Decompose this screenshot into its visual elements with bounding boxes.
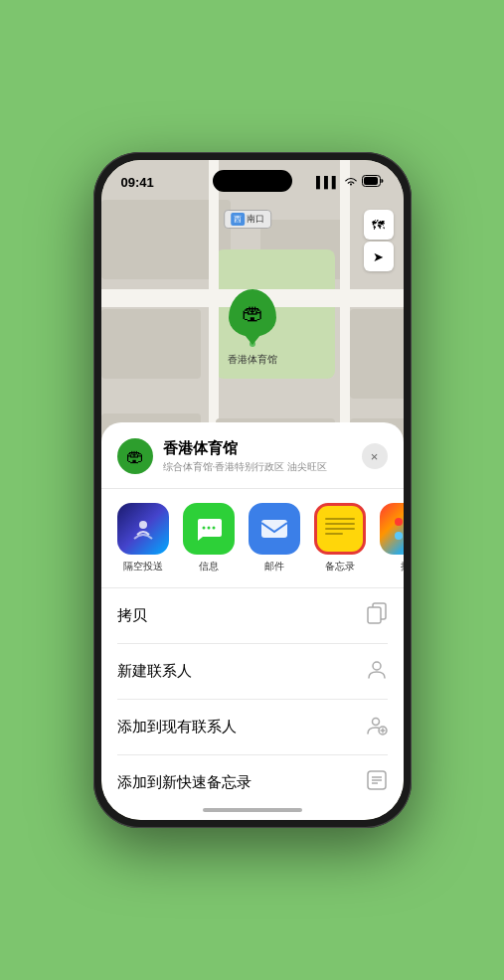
- pin-icon: 🏟: [229, 289, 276, 337]
- action-row-add-notes[interactable]: 添加到新快速备忘录: [117, 755, 388, 810]
- mail-label: 邮件: [264, 560, 284, 573]
- wifi-icon: [344, 176, 358, 189]
- share-item-mail[interactable]: 邮件: [249, 503, 300, 573]
- message-icon: [183, 503, 235, 555]
- more-icon: [380, 503, 404, 555]
- svg-point-5: [212, 527, 215, 530]
- svg-rect-12: [368, 607, 381, 623]
- action-row-new-contact[interactable]: 新建联系人: [117, 644, 388, 700]
- place-info: 🏟 香港体育馆 综合体育馆·香港特别行政区 油尖旺区 ×: [101, 438, 404, 489]
- new-contact-icon: [366, 658, 388, 685]
- place-name: 香港体育馆: [163, 439, 362, 458]
- notes-line-3: [325, 528, 355, 530]
- notes-icon: [314, 503, 366, 555]
- action-label-add-existing: 添加到现有联系人: [117, 718, 237, 736]
- map-controls: 🗺 ➤: [364, 210, 394, 271]
- add-existing-icon: [366, 714, 388, 740]
- phone-screen: 09:41 ▌▌▌: [101, 160, 404, 820]
- svg-point-3: [202, 527, 205, 530]
- map-layers-button[interactable]: 🗺: [364, 210, 394, 240]
- signal-icon: ▌▌▌: [316, 176, 339, 188]
- add-notes-icon: [366, 769, 388, 796]
- action-row-add-existing[interactable]: 添加到现有联系人: [117, 700, 388, 755]
- svg-rect-6: [261, 520, 287, 538]
- close-button[interactable]: ×: [362, 443, 388, 469]
- airdrop-icon: [117, 503, 169, 555]
- share-row: 隔空投送 信息: [101, 489, 404, 588]
- dynamic-island: [213, 170, 292, 192]
- place-text: 香港体育馆 综合体育馆·香港特别行政区 油尖旺区: [163, 439, 362, 474]
- status-icons: ▌▌▌: [316, 175, 383, 189]
- map-location-button[interactable]: ➤: [364, 242, 394, 271]
- battery-icon: [362, 175, 384, 189]
- notes-label: 备忘录: [325, 560, 355, 573]
- notes-line-4: [325, 533, 343, 535]
- map-label-text: 南口: [247, 213, 264, 226]
- svg-point-13: [373, 662, 381, 670]
- place-icon: 🏟: [117, 438, 153, 474]
- share-item-notes[interactable]: 备忘录: [314, 503, 366, 573]
- message-label: 信息: [199, 560, 219, 573]
- svg-point-4: [207, 527, 210, 530]
- action-label-copy: 拷贝: [117, 606, 147, 625]
- share-item-more[interactable]: 推: [380, 503, 404, 573]
- mail-icon: [249, 503, 300, 555]
- pin-label: 香港体育馆: [228, 353, 277, 367]
- action-label-new-contact: 新建联系人: [117, 662, 192, 681]
- action-row-copy[interactable]: 拷贝: [117, 588, 388, 644]
- bottom-sheet: 🏟 香港体育馆 综合体育馆·香港特别行政区 油尖旺区 ×: [101, 422, 404, 820]
- notes-line-1: [325, 518, 355, 520]
- action-label-add-notes: 添加到新快速备忘录: [117, 773, 252, 792]
- svg-rect-1: [364, 177, 378, 185]
- action-list: 拷贝 新建联系人: [101, 588, 404, 810]
- map-label: 西 南口: [224, 210, 271, 229]
- more-label: 推: [401, 560, 404, 573]
- svg-point-7: [395, 518, 403, 526]
- share-item-message[interactable]: 信息: [183, 503, 235, 573]
- stadium-pin: 🏟 香港体育馆: [228, 289, 277, 367]
- notes-line-2: [325, 523, 355, 525]
- home-indicator: [203, 808, 302, 812]
- svg-point-14: [372, 719, 379, 726]
- phone-frame: 09:41 ▌▌▌: [93, 152, 412, 828]
- status-time: 09:41: [121, 175, 154, 190]
- share-item-airdrop[interactable]: 隔空投送: [117, 503, 169, 573]
- place-subtitle: 综合体育馆·香港特别行政区 油尖旺区: [163, 460, 362, 474]
- svg-point-9: [395, 532, 403, 540]
- svg-point-2: [139, 521, 147, 529]
- airdrop-label: 隔空投送: [123, 560, 163, 573]
- copy-icon: [366, 602, 388, 629]
- notes-lines: [325, 518, 355, 535]
